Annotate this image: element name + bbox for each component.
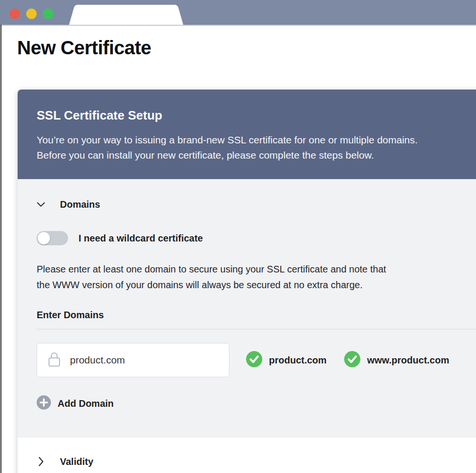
ssl-setup-card: SSL Certificate Setup You’re on your way…: [18, 90, 476, 473]
secured-domain-label: www.product.com: [367, 355, 449, 366]
card-title: SSL Certificate Setup: [37, 107, 476, 124]
check-circle-icon: [246, 351, 262, 369]
secured-domain-badge: product.com: [246, 351, 327, 369]
domains-help-line: Please enter at least one domain to secu…: [37, 262, 476, 277]
lock-icon: [48, 352, 60, 369]
card-header: SSL Certificate Setup You’re on your way…: [18, 90, 476, 179]
domains-section: Domains I need a wildcard certificate Pl…: [18, 179, 476, 437]
page-title: New Certificate: [17, 37, 151, 59]
secured-domain-label: product.com: [269, 355, 327, 366]
add-domain-label: Add Domain: [58, 398, 114, 409]
domain-row: product.com www.product.com: [37, 343, 476, 377]
browser-title-bar: [0, 0, 476, 25]
validity-section: Validity: [18, 437, 476, 473]
domain-input-field[interactable]: [37, 343, 229, 377]
browser-tab[interactable]: [0, 0, 476, 25]
check-circle-icon: [344, 351, 360, 369]
validity-section-label: Validity: [60, 456, 93, 467]
add-domain-button[interactable]: Add Domain: [37, 395, 114, 412]
chevron-right-icon: [37, 456, 45, 467]
card-description-line: You’re on your way to issuing a brand-ne…: [37, 132, 476, 148]
enter-domains-label: Enter Domains: [37, 309, 476, 321]
card-description: You’re on your way to issuing a brand-ne…: [37, 132, 476, 163]
validity-section-header[interactable]: Validity: [37, 455, 476, 468]
domain-input[interactable]: [70, 354, 213, 366]
domains-help-line: the WWW version of your domains will alw…: [37, 277, 476, 293]
toggle-knob: [38, 232, 50, 244]
wildcard-toggle-label: I need a wildcard certificate: [79, 233, 203, 244]
domains-section-label: Domains: [60, 199, 100, 210]
divider: [37, 329, 476, 330]
window-left-edge: [0, 25, 1, 473]
card-description-line: Before you can install your new certific…: [37, 148, 476, 163]
secured-domain-badge: www.product.com: [344, 351, 449, 369]
plus-circle-icon: [37, 395, 51, 412]
chevron-down-icon: [37, 201, 45, 207]
wildcard-toggle-row: I need a wildcard certificate: [37, 231, 476, 245]
wildcard-toggle[interactable]: [37, 231, 68, 245]
domains-help-text: Please enter at least one domain to secu…: [37, 262, 476, 293]
domains-section-header[interactable]: Domains: [37, 179, 476, 211]
